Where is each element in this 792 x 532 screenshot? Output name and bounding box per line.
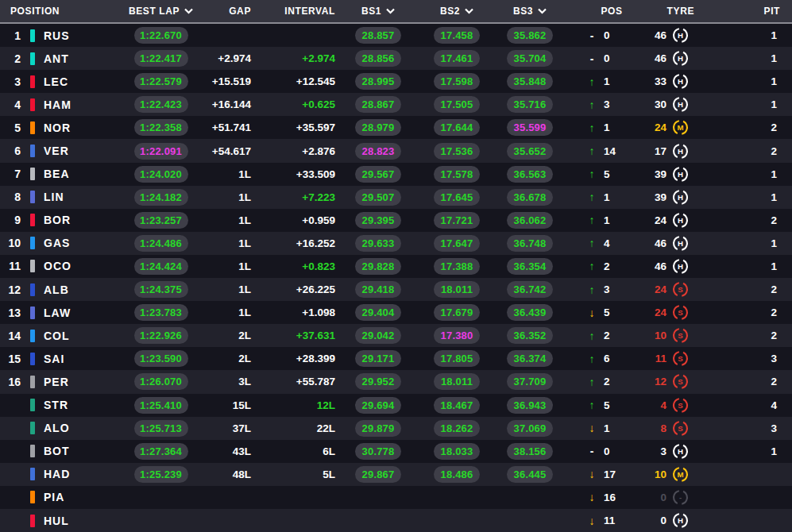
column-header-bs1[interactable]: BS1 bbox=[337, 6, 419, 17]
position-change-arrow-icon: ↑ bbox=[586, 330, 597, 342]
driver-row[interactable]: 16 PER 1:26.070 3L +55.787 29.952 18.011… bbox=[0, 370, 792, 393]
tyre-info: 10 S bbox=[636, 327, 715, 344]
tyre-compound-icon: S bbox=[672, 397, 689, 414]
position-change: ↑ 5 bbox=[566, 168, 636, 180]
gap-value: 48L bbox=[211, 468, 254, 480]
driver-code: SAI bbox=[40, 353, 111, 365]
tyre-lap-count: 46 bbox=[651, 260, 666, 272]
tyre-info: 3 H bbox=[636, 443, 715, 460]
tyre-info: 46 H bbox=[636, 235, 715, 252]
column-header-best-lap[interactable]: BEST LAP bbox=[111, 6, 211, 17]
column-header-position: POSITION bbox=[0, 6, 111, 17]
sector2-time: 17.458 bbox=[434, 27, 480, 44]
team-color-bar bbox=[30, 515, 35, 527]
driver-row[interactable]: ALO 1:25.713 37L 22L 29.879 18.262 37.06… bbox=[0, 417, 792, 440]
position-change: ↑ 1 bbox=[566, 75, 636, 88]
driver-row[interactable]: 15 SAI 1:23.590 2L +28.399 29.171 17.805… bbox=[0, 347, 792, 370]
driver-code: COL bbox=[40, 330, 111, 342]
driver-row[interactable]: PIA ↓ 16 0 - bbox=[0, 486, 792, 509]
position-change-value: 5 bbox=[604, 168, 618, 180]
driver-row[interactable]: HUL ↓ 11 0 H bbox=[0, 509, 792, 532]
sector3-time: 36.352 bbox=[507, 327, 553, 344]
position-change: ↓ 16 bbox=[566, 491, 636, 503]
driver-row[interactable]: 10 GAS 1:24.486 1L +16.252 29.633 17.647… bbox=[0, 232, 792, 255]
interval-value: +2.876 bbox=[254, 145, 337, 157]
driver-code: BEA bbox=[40, 168, 111, 180]
position-change-value: 17 bbox=[604, 468, 618, 480]
position-change-value: 1 bbox=[604, 191, 618, 203]
driver-row[interactable]: HAD 1:25.239 48L 5L 29.867 18.486 36.445… bbox=[0, 463, 792, 486]
team-color-bar bbox=[30, 306, 35, 319]
sector3-time: 35.652 bbox=[507, 143, 553, 160]
position-number: 9 bbox=[0, 214, 21, 226]
team-color-bar bbox=[30, 98, 35, 111]
interval-value: 22L bbox=[254, 422, 337, 434]
tyre-compound-icon: H bbox=[672, 258, 689, 275]
column-header-interval: INTERVAL bbox=[254, 6, 337, 17]
position-change-arrow-icon: ↑ bbox=[586, 75, 597, 88]
interval-value: 6L bbox=[254, 445, 337, 457]
tyre-info: 0 H bbox=[636, 512, 715, 529]
pit-count: 3 bbox=[715, 422, 792, 434]
tyre-lap-count: 10 bbox=[651, 330, 666, 341]
driver-row[interactable]: 1 RUS 1:22.670 28.857 17.458 35.862 - 0 … bbox=[0, 24, 792, 47]
driver-row[interactable]: 9 BOR 1:23.257 1L +0.959 29.395 17.721 3… bbox=[0, 209, 792, 232]
svg-text:H: H bbox=[678, 77, 683, 86]
sector3-time bbox=[507, 489, 553, 506]
sector1-time: 29.404 bbox=[355, 304, 401, 321]
tyre-info: 8 S bbox=[636, 420, 715, 437]
svg-text:H: H bbox=[678, 516, 683, 525]
best-lap-time: 1:22.423 bbox=[134, 96, 188, 113]
driver-code: VER bbox=[40, 145, 111, 157]
driver-row[interactable]: STR 1:25.410 15L 12L 29.694 18.467 36.94… bbox=[0, 394, 792, 417]
driver-row[interactable]: 11 OCO 1:24.424 1L +0.823 29.828 17.388 … bbox=[0, 255, 792, 278]
column-header-bs3[interactable]: BS3 bbox=[494, 6, 566, 17]
live-timing-screen: POSITION BEST LAP GAP INTERVAL BS1 BS2 B… bbox=[0, 0, 792, 532]
team-color-bar bbox=[30, 52, 35, 65]
driver-row[interactable]: 4 HAM 1:22.423 +16.144 +0.625 28.867 17.… bbox=[0, 93, 792, 116]
interval-value: +37.631 bbox=[254, 330, 337, 341]
driver-row[interactable]: 14 COL 1:22.926 2L +37.631 29.042 17.380… bbox=[0, 324, 792, 347]
position-change-arrow-icon: ↓ bbox=[586, 422, 597, 434]
position-change-value: 0 bbox=[604, 445, 618, 457]
tyre-compound-icon: S bbox=[672, 420, 689, 437]
sector2-time: 18.011 bbox=[434, 373, 480, 390]
sector3-time: 37.069 bbox=[507, 420, 553, 437]
tyre-compound-icon: S bbox=[672, 281, 689, 298]
gap-value: +51.741 bbox=[211, 121, 254, 133]
sector3-time: 36.742 bbox=[507, 281, 553, 298]
driver-row[interactable]: 6 VER 1:22.091 +54.617 +2.876 28.823 17.… bbox=[0, 139, 792, 162]
position-number: 4 bbox=[0, 98, 21, 111]
column-header-pit: PIT bbox=[715, 6, 792, 17]
sector2-time: 17.645 bbox=[434, 189, 480, 206]
tyre-info: 12 S bbox=[636, 373, 715, 390]
interval-value: +28.399 bbox=[254, 353, 337, 364]
driver-code: BOT bbox=[40, 445, 111, 457]
tyre-lap-count: 46 bbox=[651, 52, 666, 64]
driver-row[interactable]: 5 NOR 1:22.358 +51.741 +35.597 28.979 17… bbox=[0, 116, 792, 139]
best-lap-time: 1:23.257 bbox=[134, 212, 188, 229]
position-change: ↓ 1 bbox=[566, 422, 636, 434]
driver-row[interactable]: 13 LAW 1:23.783 1L +1.098 29.404 17.679 … bbox=[0, 301, 792, 324]
column-header-bs2[interactable]: BS2 bbox=[419, 6, 494, 17]
driver-row[interactable]: 3 LEC 1:22.579 +15.519 +12.545 28.995 17… bbox=[0, 70, 792, 93]
position-change-value: 2 bbox=[604, 376, 618, 387]
team-color-bar bbox=[30, 214, 35, 226]
position-change-value: 0 bbox=[604, 29, 618, 41]
driver-row[interactable]: BOT 1:27.364 43L 6L 30.778 18.033 38.156… bbox=[0, 440, 792, 463]
best-lap-time: 1:24.182 bbox=[134, 189, 188, 206]
team-color-bar bbox=[30, 422, 35, 434]
driver-row[interactable]: 12 ALB 1:24.375 1L +26.225 29.418 18.011… bbox=[0, 278, 792, 301]
tyre-lap-count: 11 bbox=[651, 353, 666, 364]
driver-code: ANT bbox=[40, 52, 111, 65]
sector2-time: 17.578 bbox=[434, 166, 480, 183]
tyre-lap-count: 46 bbox=[651, 237, 666, 249]
position-number: 5 bbox=[0, 121, 21, 134]
position-change: ↑ 2 bbox=[566, 330, 636, 342]
driver-row[interactable]: 7 BEA 1:24.020 1L +33.509 29.567 17.578 … bbox=[0, 163, 792, 186]
tyre-info: 4 S bbox=[636, 397, 715, 414]
pit-count: 3 bbox=[715, 353, 792, 364]
driver-row[interactable]: 2 ANT 1:22.417 +2.974 +2.974 28.856 17.4… bbox=[0, 47, 792, 70]
gap-value: 1L bbox=[211, 237, 254, 249]
driver-row[interactable]: 8 LIN 1:24.182 1L +7.223 29.507 17.645 3… bbox=[0, 186, 792, 209]
